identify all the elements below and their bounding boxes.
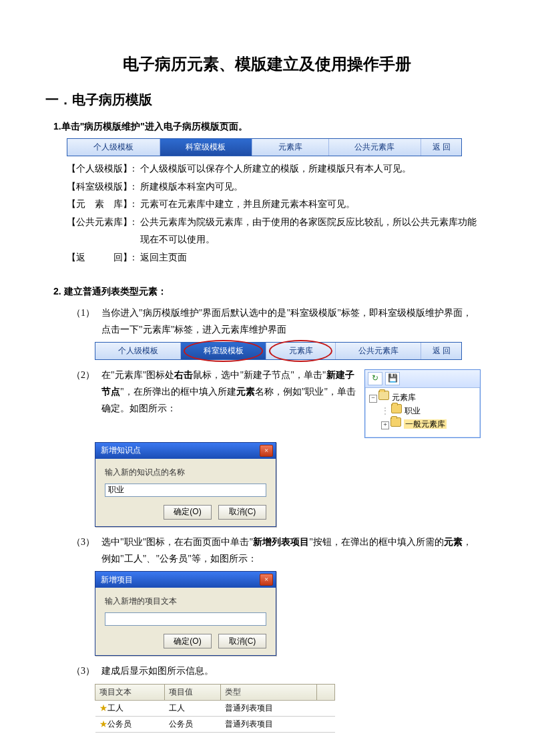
step-1-body: 当你进入"病历模版维护"界面后默认选中的是"科室级模版"标签，即科室级模版维护界…	[101, 305, 481, 338]
result-table: 项目文本 项目值 类型 ★工人 工人 普通列表项目 ★公务员 公务员 普通列表项…	[95, 684, 335, 733]
step-1-num: （1）	[61, 305, 101, 338]
tree-root-label[interactable]: 元素库	[392, 393, 416, 402]
step-4-num: （3）	[61, 663, 101, 679]
tab-strip-1: 个人级模板 科室级模板 元素库 公共元素库 返 回	[67, 138, 462, 156]
ok-button[interactable]: 确定(O)	[164, 505, 212, 520]
table-row[interactable]: ★工人 工人 普通列表项目	[95, 700, 335, 716]
tree-toolbar: ↻ 💾	[365, 370, 480, 388]
tree-panel: ↻ 💾 −元素库 ⋮ 职业 +一般元素库	[364, 369, 481, 438]
cancel-button[interactable]: 取消(C)	[218, 505, 266, 520]
dialog2-prompt: 输入新增的项目文本	[105, 596, 266, 607]
step-3-num: （3）	[61, 534, 101, 567]
dialog1-prompt: 输入新的知识点的名称	[105, 467, 266, 478]
star-icon: ★	[99, 719, 107, 729]
table-row[interactable]: ★公务员 公务员 普通列表项目	[95, 716, 335, 732]
tab-strip-2: 个人级模板 科室级模板 元素库 公共元素库 返 回	[95, 342, 462, 360]
expand-icon[interactable]: +	[381, 421, 389, 429]
tab-pubelem[interactable]: 公共元素库	[329, 139, 422, 156]
col-text: 项目文本	[95, 684, 165, 700]
dialog1-title: 新增知识点	[101, 445, 141, 456]
tree-child-2-highlight[interactable]: 一般元素库	[404, 419, 447, 429]
close-icon[interactable]: ×	[260, 445, 273, 457]
def-label-back: 【返 回】:	[67, 249, 140, 267]
tab2-pubelem[interactable]: 公共元素库	[336, 343, 421, 359]
def-body-elem: 元素可在元素库中建立，并且所建元素本科室可见。	[140, 196, 481, 214]
refresh-icon[interactable]: ↻	[368, 372, 382, 385]
tab2-dept-circled[interactable]: 科室级模板	[181, 343, 266, 359]
cancel-button[interactable]: 取消(C)	[218, 634, 266, 648]
tree-child-1[interactable]: 职业	[405, 406, 421, 415]
ok-button[interactable]: 确定(O)	[164, 634, 212, 648]
close-icon[interactable]: ×	[260, 574, 273, 586]
star-icon: ★	[99, 703, 107, 713]
step-3-body: 选中"职业"图标，在右面页面中单击"新增列表项目"按钮，在弹出的框中填入所需的元…	[101, 534, 481, 567]
tab2-personal[interactable]: 个人级模板	[95, 343, 181, 359]
dialog2-title: 新增项目	[101, 574, 133, 586]
step-2-body: ↻ 💾 −元素库 ⋮ 职业 +一般元素库 在"元素库"图标处右击鼠标，选中"新建…	[101, 367, 481, 438]
folder-open-icon	[378, 391, 389, 400]
def-body-pub: 公共元素库为院级元素库，由于使用的各家医院反应比较乱，所以公共元素库功能现在不可…	[140, 214, 481, 249]
def-body-back: 返回主页面	[140, 249, 481, 267]
step-4-body: 建成后显示如图所示信息。	[101, 663, 481, 679]
tab2-elemlib-circled[interactable]: 元素库	[266, 343, 336, 359]
dialog1-input[interactable]	[105, 484, 266, 497]
col-type: 类型	[221, 684, 317, 700]
folder-icon	[391, 404, 402, 413]
def-body-personal: 个人级模版可以保存个人所建立的模版，所建模版只有本人可见。	[140, 160, 481, 178]
folder-icon	[390, 417, 401, 427]
tab-elemlib[interactable]: 元素库	[252, 139, 329, 156]
step-2-num: （2）	[61, 367, 101, 438]
tab-back[interactable]: 返 回	[421, 139, 461, 156]
definitions-block: 【个人级模版】:个人级模版可以保存个人所建立的模版，所建模版只有本人可见。 【科…	[67, 160, 481, 267]
def-body-dept: 所建模版本科室内可见。	[140, 178, 481, 196]
tab2-back[interactable]: 返 回	[421, 343, 461, 359]
def-label-elem: 【元 素 库】:	[67, 196, 140, 214]
tab-dept[interactable]: 科室级模板	[160, 139, 253, 156]
section-1-heading: 一．电子病历模版	[45, 91, 481, 109]
subhead-1: 1.单击"病历模版维护"进入电子病历模版页面。	[53, 121, 481, 133]
col-value: 项目值	[165, 684, 221, 700]
collapse-icon[interactable]: −	[369, 395, 377, 403]
def-label-personal: 【个人级模版】:	[67, 160, 140, 178]
dialog-new-item: 新增项目 × 输入新增的项目文本 确定(O) 取消(C)	[95, 571, 276, 656]
dialog2-input[interactable]	[105, 612, 266, 626]
save-icon[interactable]: 💾	[385, 372, 400, 385]
subhead-2: 2. 建立普通列表类型元素：	[53, 286, 481, 298]
tab-personal[interactable]: 个人级模板	[67, 139, 160, 156]
dialog-new-knowledge: 新增知识点 × 输入新的知识点的名称 确定(O) 取消(C)	[95, 442, 276, 527]
def-label-pub: 【公共元素库】:	[67, 214, 140, 232]
page-title: 电子病历元素、模版建立及使用操作手册	[53, 53, 481, 75]
def-label-dept: 【科室级模版】:	[67, 178, 140, 196]
